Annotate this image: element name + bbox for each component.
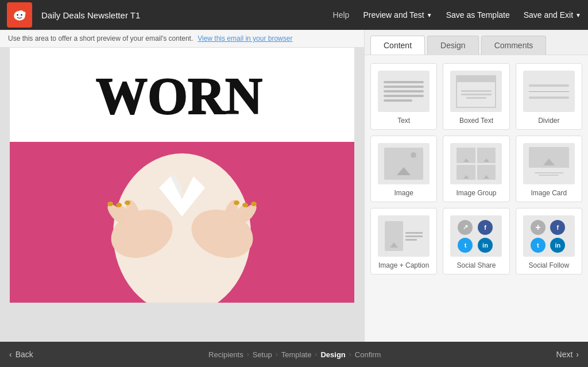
step-arrow-3: ›	[315, 350, 317, 358]
content-block-divider[interactable]: Divider	[516, 63, 582, 130]
save-exit-button[interactable]: Save and Exit ▼	[524, 10, 581, 20]
image-block-icon	[378, 143, 430, 184]
view-in-browser-link[interactable]: View this email in your browser	[198, 34, 292, 43]
preview-test-button[interactable]: Preview and Test ▼	[363, 10, 432, 20]
boxed-text-block-icon	[450, 71, 502, 112]
facebook-icon: f	[478, 220, 493, 235]
svg-text:WORN: WORN	[96, 68, 262, 122]
svg-point-22	[234, 200, 239, 205]
content-block-social-follow[interactable]: + f t in Social Follow	[516, 208, 582, 275]
preview-bar: Use this area to offer a short preview o…	[0, 30, 364, 48]
next-nav: Next ›	[556, 350, 579, 359]
email-preview-panel: Use this area to offer a short preview o…	[0, 30, 364, 342]
step-arrow-1: ›	[247, 350, 249, 358]
content-block-image-caption[interactable]: Image + Caption	[370, 208, 437, 275]
social-follow-block-icon: + f t in	[523, 215, 575, 257]
content-block-social-share[interactable]: ↗ f t in Social Share	[443, 208, 509, 275]
fashion-photo	[10, 142, 354, 303]
svg-point-21	[251, 202, 257, 206]
text-block-icon	[378, 71, 430, 112]
content-block-image-card[interactable]: Image Card	[516, 136, 582, 202]
next-button[interactable]: Next ›	[556, 350, 579, 359]
content-block-image[interactable]: Image	[370, 136, 437, 202]
top-navigation: Daily Deals Newsletter T1 Help Preview a…	[0, 0, 588, 30]
svg-point-17	[116, 203, 122, 207]
image-block-label: Image	[394, 189, 413, 197]
bottom-navigation: ‹ Back Recipients › Setup › Template › D…	[0, 342, 588, 367]
share-icon: ↗	[458, 220, 473, 235]
step-confirm[interactable]: Confirm	[355, 350, 381, 359]
plus-icon: +	[531, 220, 546, 235]
content-blocks-grid: Text Boxed Text	[370, 63, 582, 275]
linkedin-icon: in	[550, 238, 565, 253]
back-nav: ‹ Back	[9, 350, 33, 359]
chevron-down-icon: ▼	[427, 12, 432, 18]
image-caption-block-icon	[378, 215, 430, 257]
chevron-down-icon: ▼	[575, 12, 581, 18]
chevron-right-icon: ›	[576, 350, 579, 359]
image-caption-block-label: Image + Caption	[378, 261, 429, 269]
save-template-button[interactable]: Save as Template	[446, 10, 510, 20]
image-card-block-label: Image Card	[531, 189, 567, 197]
step-setup[interactable]: Setup	[253, 350, 272, 359]
svg-point-1	[17, 14, 18, 16]
step-arrow-2: ›	[276, 350, 278, 358]
image-card-block-icon	[523, 143, 575, 184]
tab-design[interactable]: Design	[427, 36, 479, 55]
boxed-text-block-label: Boxed Text	[459, 117, 493, 125]
preview-hint-text: Use this area to offer a short preview o…	[8, 34, 193, 43]
panel-tabs: Content Design Comments	[365, 30, 588, 55]
svg-point-18	[107, 202, 113, 206]
document-title: Daily Deals Newsletter T1	[41, 10, 333, 20]
worn-logo: WORN	[90, 65, 274, 122]
twitter-icon: t	[531, 238, 546, 253]
svg-point-3	[23, 11, 25, 15]
step-arrow-4: ›	[349, 350, 351, 358]
divider-block-icon	[523, 71, 575, 112]
main-content: Use this area to offer a short preview o…	[0, 30, 588, 342]
text-block-label: Text	[397, 117, 410, 125]
social-follow-block-label: Social Follow	[528, 261, 569, 269]
image-group-block-label: Image Group	[456, 189, 496, 197]
right-panel: Content Design Comments	[364, 30, 588, 342]
panel-content-scroll[interactable]: Text Boxed Text	[365, 55, 588, 342]
content-block-image-group[interactable]: Image Group	[443, 136, 509, 202]
social-share-block-label: Social Share	[457, 261, 496, 269]
social-share-block-icon: ↗ f t in	[450, 215, 502, 257]
email-body: WORN	[10, 48, 354, 303]
back-button[interactable]: ‹ Back	[9, 350, 33, 359]
linkedin-icon: in	[478, 238, 493, 253]
tab-content[interactable]: Content	[370, 36, 425, 55]
step-design[interactable]: Design	[320, 350, 345, 359]
step-template[interactable]: Template	[281, 350, 312, 359]
chevron-left-icon: ‹	[9, 350, 12, 359]
content-block-text[interactable]: Text	[370, 63, 437, 130]
step-recipients[interactable]: Recipients	[208, 350, 243, 359]
email-hero-image	[10, 142, 354, 303]
app-logo	[7, 2, 32, 28]
content-block-boxed-text[interactable]: Boxed Text	[443, 63, 509, 130]
nav-actions: Help Preview and Test ▼ Save as Template…	[333, 10, 581, 20]
facebook-icon: f	[550, 220, 565, 235]
svg-point-2	[21, 14, 22, 16]
twitter-icon: t	[458, 238, 473, 253]
help-link[interactable]: Help	[333, 10, 350, 20]
workflow-steps: Recipients › Setup › Template › Design ›…	[33, 350, 556, 359]
tab-comments[interactable]: Comments	[481, 36, 547, 55]
svg-point-20	[242, 203, 248, 207]
svg-point-19	[125, 200, 130, 205]
image-group-block-icon	[450, 143, 502, 184]
divider-block-label: Divider	[538, 117, 559, 125]
email-scroll-container[interactable]: WORN	[0, 48, 364, 342]
email-logo-area: WORN	[10, 48, 354, 142]
